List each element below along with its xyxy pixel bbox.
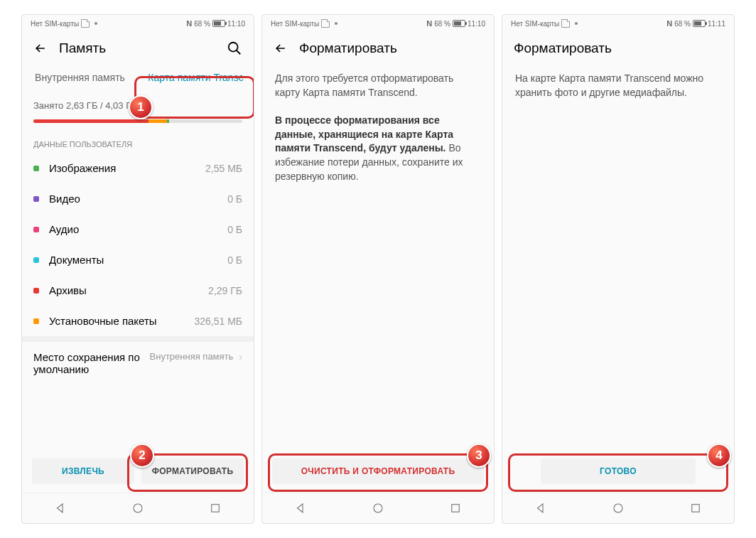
nfc-icon: N bbox=[426, 19, 432, 28]
clock: 11:10 bbox=[468, 20, 485, 28]
header: Форматировать bbox=[262, 32, 494, 65]
color-dot-icon bbox=[33, 318, 39, 324]
body-text-2: В процессе форматирования все данные, хр… bbox=[262, 107, 494, 190]
data-label: Архивы bbox=[49, 284, 208, 296]
tabs: Внутренняя память Карта памяти Transc bbox=[22, 65, 254, 90]
svg-point-5 bbox=[614, 504, 622, 512]
page-title: Память bbox=[59, 41, 215, 56]
nfc-icon: N bbox=[186, 19, 192, 28]
nav-back-icon[interactable] bbox=[534, 502, 547, 515]
battery-icon bbox=[453, 20, 465, 27]
svg-point-0 bbox=[229, 43, 238, 52]
sim-icon bbox=[561, 19, 570, 28]
sim-icon bbox=[81, 19, 90, 28]
sim-text: Нет SIM-карты bbox=[511, 20, 559, 28]
nav-home-icon[interactable] bbox=[372, 502, 384, 515]
storage-bar bbox=[33, 119, 242, 123]
nav-recent-icon[interactable] bbox=[689, 502, 702, 515]
default-label: Место сохранения по умолчанию bbox=[33, 351, 150, 375]
tab-sdcard[interactable]: Карта памяти Transc bbox=[138, 65, 254, 90]
format-button[interactable]: ФОРМАТИРОВАТЬ bbox=[141, 458, 244, 484]
battery-pct: 68 % bbox=[674, 20, 691, 28]
color-dot-icon bbox=[33, 196, 39, 202]
nav-back-icon[interactable] bbox=[54, 502, 67, 515]
header: Память bbox=[22, 32, 254, 65]
battery-icon bbox=[212, 20, 225, 27]
phone-screen-1: Нет SIM-карты N 68 % 11:10 Память Внутре… bbox=[21, 14, 254, 524]
nav-back-icon[interactable] bbox=[294, 502, 307, 515]
list-item[interactable]: Изображения 2,55 МБ bbox=[22, 153, 254, 183]
data-value: 326,51 МБ bbox=[194, 316, 242, 327]
color-dot-icon bbox=[33, 257, 39, 263]
status-bar: Нет SIM-карты N 68 % 11:10 bbox=[22, 15, 254, 32]
list-item[interactable]: Видео 0 Б bbox=[22, 183, 254, 214]
tab-internal[interactable]: Внутренняя память bbox=[22, 65, 138, 90]
data-value: 2,55 МБ bbox=[205, 163, 242, 174]
phone-screen-3: Нет SIM-карты N 68 % 11:11 Форматировать… bbox=[502, 14, 735, 524]
storage-used-text: Занято 2,63 ГБ / 4,03 ГБ bbox=[22, 90, 254, 114]
nav-recent-icon[interactable] bbox=[449, 502, 462, 515]
body-text-1: Для этого требуется отформатировать карт… bbox=[262, 65, 494, 107]
list-item[interactable]: Аудио 0 Б bbox=[22, 214, 254, 244]
body-text: На карте Карта памяти Transcend можно хр… bbox=[502, 65, 734, 107]
header: Форматировать bbox=[502, 32, 734, 65]
dot-icon bbox=[94, 22, 97, 25]
nav-home-icon[interactable] bbox=[612, 502, 625, 515]
data-value: 0 Б bbox=[227, 254, 242, 266]
data-label: Аудио bbox=[49, 223, 227, 235]
default-value: Внутренняя память bbox=[150, 351, 234, 375]
data-label: Видео bbox=[49, 193, 227, 205]
clock: 11:11 bbox=[708, 20, 725, 28]
svg-point-1 bbox=[134, 504, 142, 512]
battery-pct: 68 % bbox=[194, 20, 210, 28]
bold-warning: В процессе форматирования все данные, хр… bbox=[275, 114, 453, 154]
dot-icon bbox=[575, 22, 578, 25]
done-button[interactable]: ГОТОВО bbox=[541, 458, 696, 484]
color-dot-icon bbox=[33, 227, 39, 232]
default-location-row[interactable]: Место сохранения по умолчанию Внутренняя… bbox=[22, 336, 254, 384]
data-label: Документы bbox=[49, 254, 227, 266]
sim-icon bbox=[321, 19, 330, 28]
search-icon[interactable] bbox=[227, 41, 242, 56]
status-bar: Нет SIM-карты N 68 % 11:10 bbox=[262, 15, 494, 32]
erase-format-button[interactable]: ОЧИСТИТЬ И ОТФОРМАТИРОВАТЬ bbox=[272, 458, 484, 484]
bottom-buttons: ИЗВЛЕЧЬ ФОРМАТИРОВАТЬ bbox=[22, 450, 254, 493]
list-item[interactable]: Архивы 2,29 ГБ bbox=[22, 275, 254, 306]
page-title: Форматировать bbox=[299, 41, 482, 56]
back-icon[interactable] bbox=[33, 41, 48, 55]
status-bar: Нет SIM-карты N 68 % 11:11 bbox=[502, 15, 734, 32]
svg-rect-4 bbox=[451, 505, 459, 512]
color-dot-icon bbox=[33, 288, 39, 294]
bottom-buttons: ГОТОВО bbox=[502, 450, 734, 493]
section-header: ДАННЫЕ ПОЛЬЗОВАТЕЛЯ bbox=[22, 129, 254, 153]
svg-point-3 bbox=[374, 504, 382, 512]
nav-recent-icon[interactable] bbox=[209, 502, 222, 515]
list-item[interactable]: Установочные пакеты 326,51 МБ bbox=[22, 306, 254, 336]
nav-home-icon[interactable] bbox=[131, 502, 144, 515]
data-value: 0 Б bbox=[227, 193, 242, 205]
page-title: Форматировать bbox=[514, 41, 723, 56]
data-label: Установочные пакеты bbox=[49, 315, 194, 327]
nav-bar bbox=[262, 493, 494, 523]
color-dot-icon bbox=[33, 166, 39, 171]
svg-rect-2 bbox=[211, 505, 219, 512]
back-icon[interactable] bbox=[274, 41, 288, 55]
sim-text: Нет SIM-карты bbox=[31, 20, 79, 28]
phone-screen-2: Нет SIM-карты N 68 % 11:10 Форматировать… bbox=[261, 14, 495, 524]
nfc-icon: N bbox=[666, 19, 672, 28]
chevron-right-icon: › bbox=[239, 351, 242, 375]
svg-rect-6 bbox=[691, 505, 699, 512]
data-label: Изображения bbox=[49, 162, 205, 174]
data-value: 2,29 ГБ bbox=[208, 285, 242, 296]
dot-icon bbox=[335, 22, 338, 25]
bottom-buttons: ОЧИСТИТЬ И ОТФОРМАТИРОВАТЬ bbox=[262, 450, 494, 493]
battery-icon bbox=[693, 20, 706, 27]
clock: 11:10 bbox=[227, 20, 245, 28]
data-value: 0 Б bbox=[227, 224, 242, 235]
battery-pct: 68 % bbox=[434, 20, 450, 28]
nav-bar bbox=[22, 493, 254, 523]
nav-bar bbox=[502, 493, 734, 523]
list-item[interactable]: Документы 0 Б bbox=[22, 244, 254, 275]
sim-text: Нет SIM-карты bbox=[271, 20, 319, 28]
eject-button[interactable]: ИЗВЛЕЧЬ bbox=[32, 458, 134, 484]
